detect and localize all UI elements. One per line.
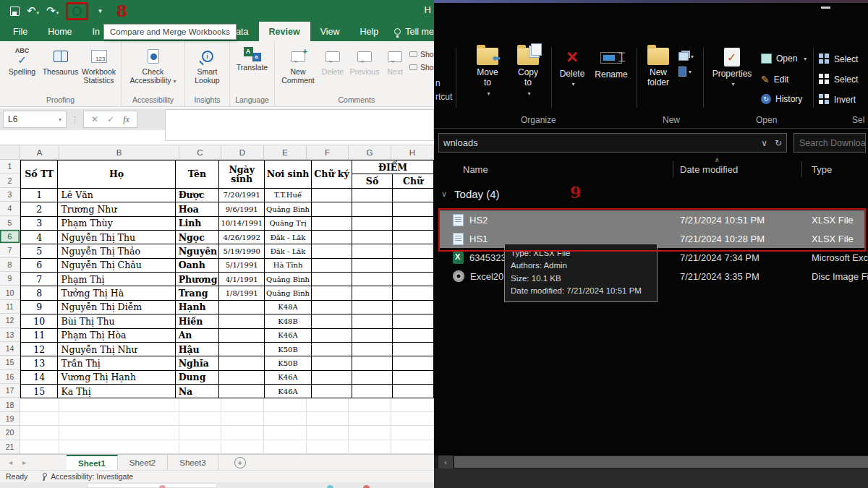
column-header-D[interactable]: D [221, 145, 264, 159]
cell-ten[interactable]: Dung [175, 370, 219, 384]
column-header-F[interactable]: F [307, 145, 349, 159]
tab-sheet3[interactable]: Sheet3 [168, 455, 218, 470]
cell-chu-ky[interactable] [312, 188, 352, 202]
cell-diem-so[interactable] [352, 188, 393, 202]
edit-button[interactable]: ✎ Edit [761, 74, 788, 85]
cell-noi-sinh[interactable]: Quảng Bình [265, 286, 312, 300]
cell-chu-ky[interactable] [312, 258, 352, 272]
cell-C20[interactable] [179, 426, 221, 440]
cell-diem-chu[interactable] [393, 244, 434, 258]
cell-diem-so[interactable] [352, 258, 393, 272]
cell-diem-chu[interactable] [393, 258, 434, 272]
column-header-A[interactable]: A [20, 145, 59, 159]
delete-comment-button[interactable]: Delete [318, 44, 347, 76]
cell-chu-ky[interactable] [312, 244, 352, 258]
cell-ten[interactable]: Linh [175, 216, 219, 230]
cell-G20[interactable] [349, 426, 391, 440]
cell-diem-so[interactable] [352, 286, 393, 300]
tell-me-box[interactable]: Tell me w [388, 22, 434, 41]
cell-H18[interactable] [391, 398, 434, 411]
copy-to-button[interactable]: Copy to▾ [509, 48, 547, 97]
spelling-button[interactable]: ABC✓ Spelling [3, 44, 41, 76]
cell-stt[interactable]: 2 [21, 202, 58, 216]
tab-review[interactable]: Review [259, 22, 310, 41]
cell-diem-chu[interactable] [393, 385, 434, 398]
sheet-nav-arrows[interactable]: ◂▸ [0, 455, 38, 470]
cell-ngay-sinh[interactable]: 5/19/1990 [219, 244, 265, 258]
cell-ho[interactable]: Phạm Thị Hòa [58, 328, 175, 342]
cell-B19[interactable] [59, 412, 179, 426]
cell-F19[interactable] [307, 412, 349, 426]
row-header-4[interactable]: 4 [0, 202, 20, 215]
thesaurus-button[interactable]: Thesaurus [41, 44, 80, 76]
row-header-6[interactable]: 6 [0, 230, 20, 244]
open-button[interactable]: Open▾ [761, 53, 807, 64]
row-header-17[interactable]: 17 [0, 384, 20, 398]
cell-diem-chu[interactable] [393, 273, 434, 286]
header-diem-so[interactable]: Số [352, 174, 393, 188]
new-item-button[interactable]: ▾ [678, 52, 694, 61]
name-box-caret[interactable]: ▾ [59, 116, 61, 123]
cell-noi-sinh[interactable]: Quảng Bình [265, 202, 312, 216]
column-header-E[interactable]: E [264, 145, 307, 159]
row-header-15[interactable]: 15 [0, 356, 20, 369]
cell-diem-so[interactable] [352, 273, 393, 286]
cell-G18[interactable] [349, 398, 391, 411]
cell-stt[interactable]: 6 [21, 258, 58, 272]
row-header-13[interactable]: 13 [0, 328, 20, 342]
header-ngay-sinh[interactable]: Ngày sinh [219, 160, 265, 189]
cell-diem-chu[interactable] [393, 314, 434, 328]
cell-F18[interactable] [307, 398, 349, 411]
cell-D21[interactable] [221, 440, 264, 454]
tab-sheet1[interactable]: Sheet1 [67, 455, 118, 470]
new-folder-button[interactable]: New folder [641, 48, 676, 88]
cell-chu-ky[interactable] [312, 314, 352, 328]
cell-chu-ky[interactable] [312, 370, 352, 384]
select-none-button[interactable]: Select [819, 74, 858, 85]
cell-ten[interactable]: Oanh [175, 258, 219, 272]
cell-G19[interactable] [349, 412, 391, 426]
tab-home[interactable]: Home [38, 22, 82, 41]
cell-diem-so[interactable] [352, 216, 393, 230]
cell-ngay-sinh[interactable] [219, 314, 265, 328]
cell-diem-so[interactable] [352, 230, 393, 244]
cell-stt[interactable]: 12 [21, 342, 58, 356]
select-all-cells[interactable] [0, 145, 20, 159]
column-header-H[interactable]: H [391, 145, 434, 159]
cell-noi-sinh[interactable]: Hà Tĩnh [265, 258, 312, 272]
cell-A20[interactable] [20, 426, 59, 440]
cell-ten[interactable]: Ngọc [175, 230, 219, 244]
cell-stt[interactable]: 15 [21, 385, 58, 398]
cell-ngay-sinh[interactable]: 7/20/1991 [219, 188, 265, 202]
cell-diem-chu[interactable] [393, 230, 434, 244]
properties-button[interactable]: Properties▾ [710, 48, 754, 88]
cell-ten[interactable]: Hậu [175, 342, 219, 356]
header-ten[interactable]: Tên [175, 160, 219, 189]
cell-ho[interactable]: Ka Thị [58, 385, 175, 398]
cell-C21[interactable] [179, 440, 221, 454]
refresh-icon[interactable]: ↻ [775, 138, 782, 148]
cell-diem-so[interactable] [352, 385, 393, 398]
translate-button[interactable]: Aa Translate [233, 44, 271, 72]
smart-lookup-button[interactable]: i Smart Lookup [188, 44, 226, 85]
move-to-button[interactable]: Move to▾ [469, 48, 506, 97]
scroll-left-icon[interactable]: ‹ [438, 455, 453, 468]
cell-noi-sinh[interactable]: K46A [265, 370, 312, 384]
cell-stt[interactable]: 13 [21, 356, 58, 370]
header-chu-ky[interactable]: Chữ ký [312, 160, 352, 189]
show-ink-button[interactable]: Sho [409, 63, 434, 72]
row-header-3[interactable]: 3 [0, 188, 20, 202]
cell-diem-chu[interactable] [393, 300, 434, 314]
cell-stt[interactable]: 3 [21, 216, 58, 230]
cell-diem-so[interactable] [352, 202, 393, 216]
compare-merge-workbooks-icon[interactable] [72, 7, 82, 16]
rename-button[interactable]: Rename [590, 48, 632, 80]
row-header-21[interactable]: 21 [0, 440, 20, 454]
address-bar[interactable]: wnloads ∨ ↻ [438, 133, 787, 153]
cell-diem-chu[interactable] [393, 188, 434, 202]
accessibility-status[interactable]: Accessibility: Investigate [41, 472, 133, 481]
cell-ngay-sinh[interactable]: 10/14/1991 [219, 216, 265, 230]
cell-stt[interactable]: 7 [21, 273, 58, 286]
cell-ten[interactable]: Hoa [175, 202, 219, 216]
column-date-modified[interactable]: Date modified [680, 164, 738, 175]
